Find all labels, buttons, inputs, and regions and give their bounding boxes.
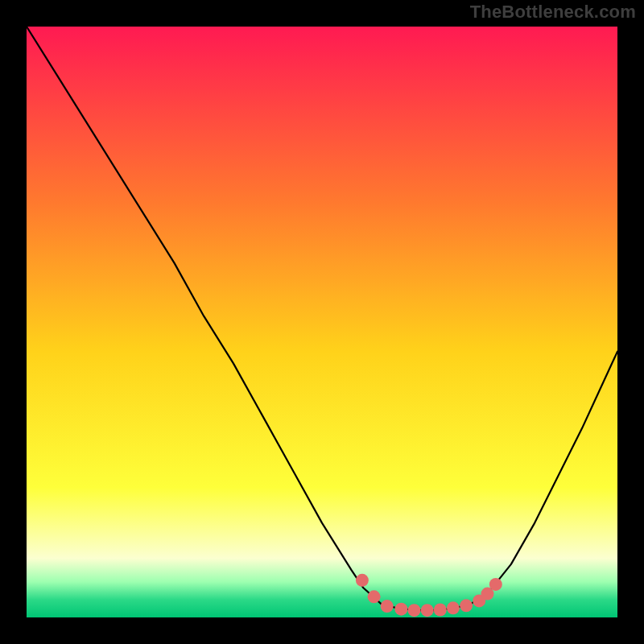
gradient-background [27, 27, 617, 617]
highlight-dot [489, 578, 502, 591]
chart-frame: TheBottleneck.com [0, 0, 644, 644]
plot-area [27, 27, 617, 617]
highlight-dot [408, 604, 421, 617]
highlight-dot [356, 574, 369, 587]
highlight-dot [447, 601, 460, 614]
watermark-text: TheBottleneck.com [470, 2, 636, 23]
highlight-dot [394, 603, 407, 616]
highlight-dot [421, 604, 434, 617]
highlight-dot [460, 599, 473, 612]
bottleneck-chart-svg [27, 27, 617, 617]
highlight-dot [381, 600, 394, 613]
highlight-dot [368, 590, 381, 603]
highlight-dot [434, 604, 447, 617]
